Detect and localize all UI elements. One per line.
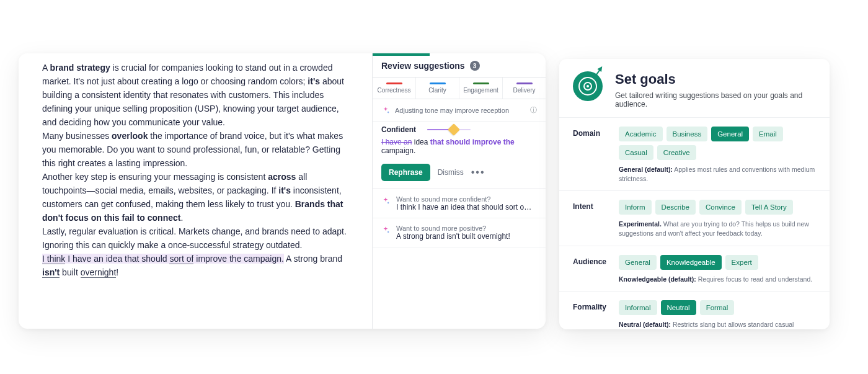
audience-row: Audience GeneralKnowledgeableExpert Know…	[559, 246, 830, 292]
chip-casual[interactable]: Casual	[619, 145, 653, 160]
chip-convince[interactable]: Convince	[699, 200, 742, 215]
text: !	[116, 267, 118, 277]
flagged-bold-text[interactable]: isn't	[42, 267, 60, 278]
row-help: Neutral (default): Restricts slang but a…	[619, 320, 816, 329]
text: A strong brand	[284, 254, 342, 264]
dismiss-button[interactable]: Dismiss	[438, 168, 464, 177]
paragraph-2: Many businesses overlook the importance …	[42, 129, 351, 170]
set-goals-panel: Set goals Get tailored writing suggestio…	[559, 59, 830, 329]
suggestion-count-badge: 3	[470, 61, 480, 71]
added-text: that should improve the	[430, 138, 515, 146]
text: idea	[412, 138, 430, 146]
active-tab-indicator	[373, 53, 430, 56]
chip-knowledgeable[interactable]: Knowledgeable	[660, 255, 722, 270]
removed-text: I have an	[381, 138, 412, 146]
paragraph-5: I think I have an idea that should sort …	[42, 252, 351, 279]
tab-clarity[interactable]: Clarity	[415, 78, 459, 99]
sparkle-icon	[381, 226, 390, 234]
chip-formal[interactable]: Formal	[700, 300, 735, 315]
flagged-text[interactable]: sort of	[169, 254, 193, 264]
info-icon[interactable]: ⓘ	[530, 105, 537, 115]
suggestion-item[interactable]: Want to sound more confident? I think I …	[373, 189, 546, 218]
chip-expert[interactable]: Expert	[725, 255, 758, 270]
review-title: Review suggestions	[381, 61, 465, 71]
suggestion-text: A strong brand isn't built overnight!	[396, 232, 510, 241]
row-help: Experimental. What are you trying to do?…	[619, 220, 816, 238]
rewrite-preview: I have an idea that should improve the c…	[373, 136, 546, 161]
chip-neutral[interactable]: Neutral	[661, 300, 696, 315]
chip-tell-a-story[interactable]: Tell A Story	[745, 200, 793, 215]
tab-delivery[interactable]: Delivery	[502, 78, 546, 99]
review-header: Review suggestions 3	[373, 53, 546, 78]
chip-general[interactable]: General	[619, 255, 657, 270]
domain-chips: AcademicBusinessGeneralEmailCasualCreati…	[619, 127, 816, 160]
flagged-text[interactable]: I think	[42, 254, 65, 264]
row-help: Knowledgeable (default): Requires focus …	[619, 275, 816, 284]
row-help: General (default): Applies most rules an…	[619, 165, 816, 183]
bold-text: brand strategy	[50, 63, 110, 73]
text: A	[42, 63, 50, 73]
chip-inform[interactable]: Inform	[619, 200, 652, 215]
text: Another key step is ensuring your messag…	[42, 172, 268, 182]
tone-label: Confident	[381, 125, 416, 134]
domain-row: Domain AcademicBusinessGeneralEmailCasua…	[559, 117, 830, 190]
tab-correctness[interactable]: Correctness	[373, 78, 415, 99]
row-label: Intent	[573, 200, 619, 238]
rephrase-button[interactable]: Rephrase	[381, 164, 430, 181]
tone-hint: Adjusting tone may improve reception ⓘ	[373, 99, 546, 122]
tone-hint-text: Adjusting tone may improve reception	[395, 107, 509, 114]
bold-text: it's	[308, 76, 320, 86]
formality-chips: InformalNeutralFormal	[619, 300, 816, 315]
intent-row: Intent InformDescribeConvinceTell A Stor…	[559, 190, 830, 245]
row-label: Formality	[573, 300, 619, 329]
row-label: Domain	[573, 127, 619, 183]
suggestion-question: Want to sound more confident?	[396, 195, 533, 203]
chip-email[interactable]: Email	[753, 127, 783, 141]
suggestion-question: Want to sound more positive?	[396, 225, 510, 232]
suggestion-text: I think I have an idea that should sort …	[396, 203, 533, 211]
more-icon[interactable]: •••	[471, 167, 485, 178]
editor-panel: A brand strategy is crucial for companie…	[19, 53, 546, 329]
slider-knob-icon[interactable]	[448, 123, 460, 136]
row-label: Audience	[573, 255, 619, 284]
chip-academic[interactable]: Academic	[619, 127, 663, 141]
flagged-text[interactable]: overnight	[81, 267, 117, 278]
text: built	[60, 267, 80, 277]
chip-general[interactable]: General	[711, 127, 749, 141]
sparkle-icon	[381, 106, 390, 115]
review-sidebar: Review suggestions 3 Correctness Clarity…	[372, 53, 546, 329]
paragraph-3: Another key step is ensuring your messag…	[42, 170, 351, 225]
bold-text: overlook	[112, 131, 148, 141]
formality-row: Formality InformalNeutralFormal Neutral …	[559, 291, 830, 329]
tab-label: Clarity	[428, 87, 446, 94]
goals-subtitle: Get tailored writing suggestions based o…	[615, 91, 816, 109]
chip-describe[interactable]: Describe	[655, 200, 696, 215]
chip-informal[interactable]: Informal	[619, 300, 657, 315]
intent-chips: InformDescribeConvinceTell A Story	[619, 200, 816, 215]
suggestion-actions: Rephrase Dismiss •••	[373, 161, 546, 189]
category-tabs: Correctness Clarity Engagement Delivery	[373, 78, 546, 99]
document-body[interactable]: A brand strategy is crucial for companie…	[19, 53, 372, 329]
bold-text: across	[268, 172, 296, 182]
tab-label: Delivery	[513, 87, 535, 94]
text: .	[180, 213, 183, 223]
paragraph-1: A brand strategy is crucial for companie…	[42, 61, 351, 129]
tone-row: Confident	[373, 122, 546, 136]
target-icon	[573, 71, 603, 101]
goals-title: Set goals	[615, 71, 816, 87]
flagged-text[interactable]: I have an idea that should	[65, 254, 169, 264]
chip-business[interactable]: Business	[666, 127, 708, 141]
flagged-text[interactable]: improve the campaign.	[193, 254, 284, 264]
tab-engagement[interactable]: Engagement	[459, 78, 502, 99]
text: Many businesses	[42, 131, 112, 141]
paragraph-4: Lastly, regular evaluation is critical. …	[42, 225, 351, 252]
tone-slider[interactable]	[427, 126, 471, 133]
text: Lastly, regular evaluation is critical. …	[42, 226, 347, 250]
suggestion-item[interactable]: Want to sound more positive? A strong br…	[373, 218, 546, 247]
bold-text: it's	[278, 185, 291, 195]
tab-label: Engagement	[463, 87, 498, 94]
goals-header: Set goals Get tailored writing suggestio…	[559, 59, 830, 117]
tab-label: Correctness	[378, 87, 411, 94]
audience-chips: GeneralKnowledgeableExpert	[619, 255, 816, 270]
chip-creative[interactable]: Creative	[657, 145, 696, 160]
